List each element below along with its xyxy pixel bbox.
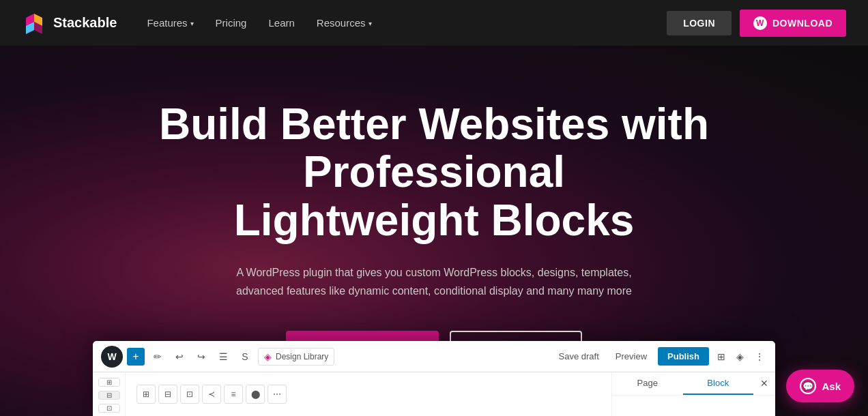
nav-left: Stackable Features ▾ Pricing Learn Resou…	[22, 11, 380, 35]
editor-pencil-icon[interactable]: ✏	[149, 348, 167, 366]
publish-button[interactable]: Publish	[658, 347, 709, 366]
block-columns-2-icon[interactable]: ⊟	[98, 391, 120, 400]
settings-icon[interactable]: ⊞	[714, 348, 728, 365]
chat-label: Ask	[822, 381, 841, 392]
block-toolbar: ⊞ ⊟ ⊡ ≺ ≡ ⬤ ⋯	[136, 385, 287, 404]
block-tool-6[interactable]: ⬤	[246, 385, 265, 404]
sidebar-close-button[interactable]: ✕	[756, 375, 772, 391]
block-tool-5[interactable]: ≡	[224, 385, 243, 404]
block-tool-3[interactable]: ⊡	[180, 385, 199, 404]
sidebar-tabs: Page Block ✕	[612, 372, 775, 396]
save-draft-button[interactable]: Save draft	[553, 348, 605, 364]
nav-links: Features ▾ Pricing Learn Resources ▾	[139, 12, 379, 34]
stackable-logo-icon	[22, 11, 46, 35]
editor-toolbar-right: Save draft Preview Publish ⊞ ◈ ⋮	[553, 347, 767, 366]
download-button[interactable]: W DOWNLOAD	[740, 10, 846, 37]
editor-main: ⊞ ⊟ ⊡ ≺ ≡ ⬤ ⋯	[126, 372, 611, 416]
editor-list-icon[interactable]: ☰	[214, 348, 232, 366]
editor-preview: W + ✏ ↩ ↪ ☰ S ◈ Design Library Save draf…	[93, 341, 775, 416]
navbar: Stackable Features ▾ Pricing Learn Resou…	[0, 0, 868, 46]
logo-area[interactable]: Stackable	[22, 11, 117, 35]
nav-pricing[interactable]: Pricing	[207, 12, 255, 34]
resources-chevron-icon: ▾	[368, 20, 372, 27]
block-tool-4[interactable]: ≺	[202, 385, 221, 404]
editor-strike-icon[interactable]: S	[236, 348, 254, 366]
block-tool-1[interactable]: ⊞	[136, 385, 156, 404]
logo-text: Stackable	[53, 15, 117, 31]
hero-section: Build Better Websites with Professional …	[0, 46, 868, 416]
stackable-toolbar-icon[interactable]: ◈	[734, 348, 747, 365]
editor-sidebar-left: ⊞ ⊟ ⊡ ≺≻ ≡ ⬤ ⋯	[93, 372, 126, 416]
nav-resources[interactable]: Resources ▾	[308, 12, 380, 34]
editor-sidebar-right: Page Block ✕	[611, 372, 775, 416]
hero-title: Build Better Websites with Professional …	[154, 100, 714, 244]
editor-undo-icon[interactable]: ↩	[171, 348, 188, 366]
login-button[interactable]: LOGIN	[667, 11, 732, 35]
nav-right: LOGIN W DOWNLOAD	[667, 10, 846, 37]
tab-block[interactable]: Block	[683, 372, 754, 395]
editor-toolbar: W + ✏ ↩ ↪ ☰ S ◈ Design Library Save draf…	[93, 341, 775, 372]
editor-redo-icon[interactable]: ↪	[192, 348, 210, 366]
editor-wp-button[interactable]: W	[101, 346, 123, 368]
editor-content: ⊞ ⊟ ⊡ ≺≻ ≡ ⬤ ⋯ ⊞ ⊟ ⊡ ≺ ≡ ⬤ ⋯	[93, 372, 775, 416]
block-grid-icon[interactable]: ⊡	[98, 404, 120, 413]
chat-widget[interactable]: 💬 Ask	[786, 370, 854, 402]
editor-toolbar-left: W + ✏ ↩ ↪ ☰ S ◈ Design Library	[101, 346, 334, 368]
design-library-icon: ◈	[264, 351, 272, 362]
hero-subtitle: A WordPress plugin that gives you custom…	[236, 263, 632, 300]
features-chevron-icon: ▾	[190, 20, 194, 27]
design-library-button[interactable]: ◈ Design Library	[258, 348, 334, 366]
nav-features[interactable]: Features ▾	[139, 12, 201, 34]
preview-button[interactable]: Preview	[610, 348, 652, 364]
tab-page[interactable]: Page	[612, 372, 683, 395]
more-options-icon[interactable]: ⋮	[752, 348, 767, 365]
nav-learn[interactable]: Learn	[260, 12, 302, 34]
chat-bubble-icon: 💬	[800, 378, 816, 394]
editor-add-block-button[interactable]: +	[127, 348, 145, 366]
block-tool-7[interactable]: ⋯	[267, 385, 287, 404]
block-columns-icon[interactable]: ⊞	[98, 378, 120, 387]
wp-icon: W	[753, 16, 767, 30]
block-tool-2[interactable]: ⊟	[158, 385, 177, 404]
